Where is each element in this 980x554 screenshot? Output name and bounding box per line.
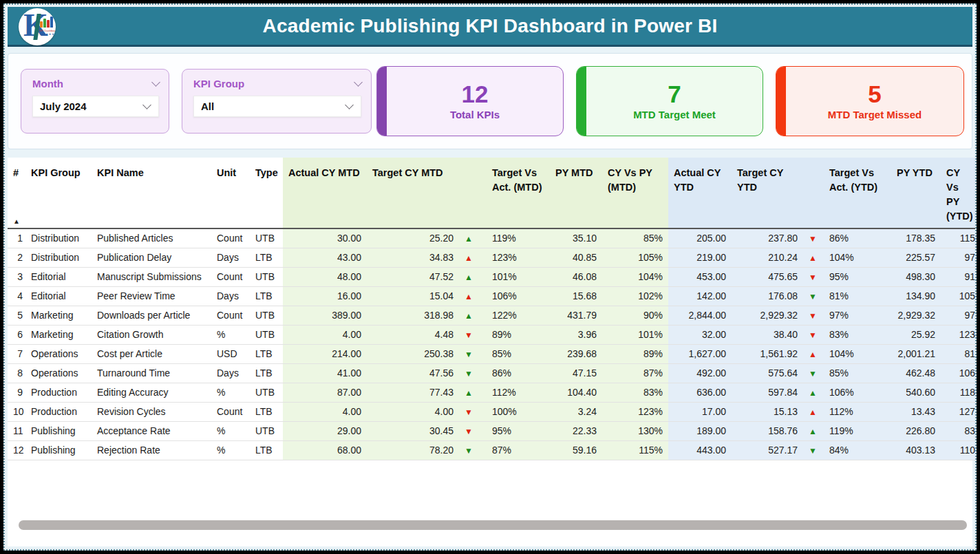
cell-cy-vs-py-ytd: 97: [941, 248, 975, 267]
column-header-type[interactable]: Type: [250, 158, 283, 228]
cell-unit: Count: [211, 402, 250, 421]
table-row[interactable]: 6MarketingCitation Growth%UTB4.004.48▼89…: [8, 325, 975, 344]
column-header-target-vs-act-ytd[interactable]: Target Vs Act. (YTD): [803, 158, 891, 228]
column-header-cy-vs-py-mtd[interactable]: CY Vs PY (MTD): [602, 158, 668, 228]
cell-py-ytd: 178.35: [891, 228, 941, 248]
cell-kpi-group: Production: [25, 383, 92, 402]
table-row[interactable]: 5MarketingDownloads per ArticleCountUTB3…: [8, 306, 975, 325]
cell-unit: Count: [211, 267, 250, 286]
cell-kpi-group: Operations: [25, 363, 92, 383]
triangle-up-icon: ▲: [465, 292, 474, 301]
cell-cy-vs-py-mtd: 102%: [602, 286, 668, 306]
cell-kpi-name: Manuscript Submissions: [92, 267, 211, 286]
cell-actual-cy-mtd: 4.00: [283, 402, 367, 421]
column-header-actual-cy-ytd[interactable]: Actual CY YTD: [668, 158, 732, 228]
table-row[interactable]: 10ProductionRevision CyclesCountLTB4.004…: [8, 402, 975, 421]
cell-target-cy-ytd: 527.17: [732, 440, 803, 460]
kpi-group-dropdown[interactable]: All: [193, 96, 361, 117]
cell-type: UTB: [250, 267, 283, 286]
variance-value: 89%: [492, 329, 511, 340]
table-row[interactable]: 8OperationsTurnaround TimeDaysLTB41.0047…: [8, 363, 975, 383]
cell-actual-cy-mtd: 68.00: [283, 440, 367, 460]
month-dropdown[interactable]: July 2024: [32, 96, 159, 117]
triangle-down-icon: ▼: [465, 446, 474, 456]
column-header-cy-vs-py-ytd[interactable]: CY Vs PY (YTD): [941, 158, 975, 228]
column-header-target-cy-ytd[interactable]: Target CY YTD: [732, 158, 803, 228]
triangle-up-icon: ▲: [809, 350, 818, 359]
cell-unit: %: [211, 440, 250, 460]
table-row[interactable]: 12PublishingRejection Rate%LTB68.0078.20…: [8, 440, 975, 460]
triangle-up-icon: ▲: [809, 253, 818, 263]
cell-py-ytd: 540.60: [891, 383, 941, 402]
cell-target-cy-ytd: 38.40: [732, 325, 803, 344]
cell-target-cy-mtd: 77.43: [367, 383, 459, 402]
column-header-target-vs-act-mtd[interactable]: Target Vs Act. (MTD): [459, 158, 550, 228]
cell-target-cy-ytd: 176.08: [732, 286, 803, 306]
horizontal-scrollbar-thumb[interactable]: [19, 520, 967, 530]
cell-py-mtd: 40.85: [550, 248, 602, 267]
cell-py-mtd: 239.68: [550, 344, 602, 363]
cell-cy-vs-py-mtd: 123%: [602, 402, 668, 421]
cell-kpi-name: Downloads per Article: [92, 306, 211, 325]
table-row[interactable]: 11PublishingAcceptance Rate%UTB29.0030.4…: [8, 421, 975, 440]
cell-unit: %: [211, 383, 250, 402]
cell-target-vs-act-ytd: ▼97%: [803, 306, 891, 325]
column-header-py-mtd[interactable]: PY MTD: [550, 158, 602, 228]
month-dropdown-value: July 2024: [40, 100, 87, 112]
column-header-py-ytd[interactable]: PY YTD: [891, 158, 941, 228]
table-row[interactable]: 3EditorialManuscript SubmissionsCountUTB…: [8, 267, 975, 286]
column-header-target-cy-mtd[interactable]: Target CY MTD: [367, 158, 459, 228]
cell-target-vs-act-ytd: ▼81%: [803, 286, 891, 306]
triangle-down-icon: ▼: [465, 407, 474, 417]
column-header-unit[interactable]: Unit: [211, 158, 250, 228]
table-row[interactable]: 4EditorialPeer Review TimeDaysLTB16.0015…: [8, 286, 975, 306]
cell-cy-vs-py-mtd: 130%: [602, 421, 668, 440]
cell-kpi-group: Distribution: [25, 248, 92, 267]
mtd-target-missed-value: 5: [868, 82, 881, 106]
variance-value: 112%: [829, 406, 853, 417]
column-header-kpi-name[interactable]: KPI Name: [92, 158, 211, 228]
cell-py-mtd: 47.15: [550, 363, 602, 383]
cell-index: 8: [8, 363, 25, 383]
card-accent-bar: [577, 67, 586, 136]
cell-kpi-group: Editorial: [25, 286, 92, 306]
cell-cy-vs-py-ytd: 127: [941, 402, 975, 421]
column-header-index[interactable]: # ▲: [8, 158, 25, 228]
column-header-actual-cy-mtd[interactable]: Actual CY MTD: [283, 158, 367, 228]
variance-value: 95%: [829, 271, 849, 282]
total-kpis-value: 12: [462, 82, 489, 106]
cell-cy-vs-py-ytd: 106: [941, 363, 975, 383]
card-accent-bar: [377, 67, 387, 136]
cell-target-vs-act-mtd: ▲101%: [459, 267, 550, 286]
cell-actual-cy-mtd: 4.00: [283, 325, 367, 344]
cell-target-vs-act-mtd: ▼87%: [459, 440, 550, 460]
cell-actual-cy-ytd: 205.00: [668, 228, 732, 248]
total-kpis-label: Total KPIs: [450, 109, 500, 120]
cell-unit: Count: [211, 306, 250, 325]
column-header-kpi-group[interactable]: KPI Group: [25, 158, 92, 228]
cell-actual-cy-ytd: 17.00: [668, 402, 732, 421]
cell-target-cy-mtd: 34.83: [367, 248, 459, 267]
variance-value: 86%: [829, 233, 849, 244]
logo-bar-chart-icon: [40, 17, 53, 28]
cell-index: 1: [8, 228, 25, 248]
triangle-down-icon: ▼: [465, 369, 474, 379]
cell-py-ytd: 25.92: [891, 325, 941, 344]
cell-actual-cy-mtd: 214.00: [283, 344, 367, 363]
table-row[interactable]: 1DistributionPublished ArticlesCountUTB3…: [8, 228, 975, 248]
table-row[interactable]: 2DistributionPublication DelayDaysLTB43.…: [8, 248, 975, 267]
table-row[interactable]: 9ProductionEditing Accuracy%UTB87.0077.4…: [8, 383, 975, 402]
triangle-down-icon: ▼: [809, 292, 818, 301]
mtd-target-missed-card: 5 MTD Target Missed: [776, 66, 964, 136]
cell-target-cy-mtd: 30.45: [367, 421, 459, 440]
variance-value: 87%: [492, 445, 511, 456]
cell-target-vs-act-mtd: ▲112%: [459, 383, 550, 402]
cell-target-vs-act-ytd: ▼85%: [803, 363, 891, 383]
triangle-up-icon: ▲: [809, 407, 818, 417]
cell-kpi-group: Marketing: [25, 306, 92, 325]
triangle-down-icon: ▼: [809, 311, 818, 321]
table-row[interactable]: 7OperationsCost per ArticleUSDLTB214.002…: [8, 344, 975, 363]
chevron-down-icon[interactable]: [354, 78, 363, 87]
chevron-down-icon[interactable]: [151, 78, 160, 87]
card-accent-bar: [776, 67, 786, 136]
